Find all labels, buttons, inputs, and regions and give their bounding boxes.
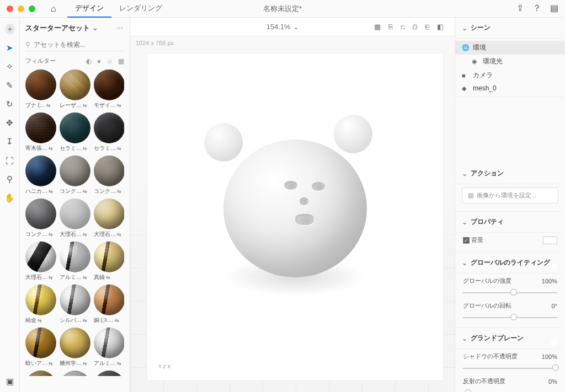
mesh-icon: ◆ <box>462 85 470 92</box>
search-input[interactable] <box>34 41 124 49</box>
filter-images-icon[interactable]: ▦ <box>118 57 124 65</box>
asset-item[interactable]: セラミ…⇆ <box>60 112 90 152</box>
chevron-down-icon[interactable]: ⌄ <box>462 170 467 178</box>
document-title: 名称未設定* <box>263 4 302 14</box>
asset-item[interactable]: ブナ (…⇆ <box>25 69 56 109</box>
properties-heading: プロパティ <box>471 217 504 227</box>
bulb-icon: ◉ <box>472 58 479 65</box>
filter-label: フィルター <box>25 57 56 65</box>
asset-item[interactable]: 真鍮⇆ <box>94 241 124 281</box>
asset-item[interactable]: 大理石…⇆ <box>94 198 124 238</box>
rotate-tool[interactable]: ↻ <box>5 99 15 109</box>
asset-item[interactable]: レーザ…⇆ <box>60 69 90 109</box>
chevron-down-icon[interactable]: ⌄ <box>92 24 98 32</box>
chevron-down-icon[interactable]: ⌄ <box>462 259 467 267</box>
tab-rendering[interactable]: レンダリング <box>111 0 170 18</box>
material-swatch <box>25 155 56 186</box>
reflect-slider[interactable] <box>463 389 557 392</box>
chevron-down-icon[interactable]: ⌄ <box>462 24 467 32</box>
material-swatch <box>60 198 90 229</box>
asset-item[interactable]: 寄木張…⇆ <box>25 112 56 152</box>
asset-label: 大理石…⇆ <box>60 230 90 238</box>
asset-item[interactable]: ハニカ…⇆ <box>25 155 56 195</box>
scene-tree-item[interactable]: ◉環境光 <box>455 55 565 68</box>
asset-item[interactable]: コンク…⇆ <box>94 155 124 195</box>
zoom-tool[interactable]: ⚲ <box>5 174 15 184</box>
camera-2-icon[interactable]: ⎌ <box>401 23 405 31</box>
asset-item[interactable]: アルミ…⇆ <box>94 327 124 367</box>
zoom-control[interactable]: 154.1% ⌄ <box>266 23 299 31</box>
scale-tool[interactable]: ↧ <box>5 137 15 147</box>
asset-item[interactable]: アルミ…⇆ <box>60 241 90 281</box>
home-icon[interactable]: ⌂ <box>51 4 56 14</box>
asset-item[interactable] <box>94 370 124 376</box>
asset-item[interactable]: 幾何学…⇆ <box>60 327 90 367</box>
asset-item[interactable]: シルバ…⇆ <box>60 284 90 324</box>
model-preview[interactable] <box>207 120 383 297</box>
scene-tree-item[interactable]: ◆mesh_0 <box>455 82 565 94</box>
asset-item[interactable] <box>25 370 56 376</box>
asset-search[interactable]: ⚲ <box>25 39 124 51</box>
shadow-slider[interactable] <box>463 364 557 372</box>
camera-3-icon[interactable]: ⎙ <box>413 23 417 31</box>
measure-tool[interactable]: ⛶ <box>5 155 15 165</box>
rotation-label: グローバルの回転 <box>463 302 511 310</box>
grid-view-icon[interactable]: ▦ <box>374 23 381 31</box>
asset-item[interactable]: 純金⇆ <box>25 284 56 324</box>
assets-more-icon[interactable]: ⋯ <box>116 24 124 32</box>
asset-label: コンク…⇆ <box>60 187 90 195</box>
intensity-slider[interactable] <box>463 288 557 296</box>
asset-item[interactable]: 銅 (ス…⇆ <box>94 284 124 324</box>
filter-materials-icon[interactable]: ◐ <box>86 57 92 65</box>
feedback-icon[interactable]: ▤ <box>550 3 558 14</box>
move-tool[interactable]: ✥ <box>5 118 15 128</box>
asset-item[interactable]: セラミ…⇆ <box>94 112 124 152</box>
eyedropper-tool[interactable]: ✎ <box>5 80 15 90</box>
hand-tool[interactable]: ✋ <box>5 193 15 203</box>
magic-wand-tool[interactable]: ✧ <box>5 62 15 72</box>
minimize-window[interactable] <box>18 6 24 12</box>
chevron-down-icon[interactable]: ⌄ <box>462 335 467 342</box>
asset-item[interactable]: 大理石…⇆ <box>25 241 56 281</box>
asset-item[interactable] <box>60 370 90 376</box>
ground-heading: グランドプレーン <box>471 334 524 343</box>
add-tool[interactable]: ＋ <box>5 24 15 34</box>
sync-icon: ⇆ <box>117 103 121 108</box>
set-env-from-image-button[interactable]: ▧画像から環境を設定... <box>462 187 558 203</box>
pointer-tool[interactable]: ➤ <box>5 43 15 53</box>
asset-label: セラミ…⇆ <box>60 144 90 152</box>
material-swatch <box>94 155 124 186</box>
camera-4-icon[interactable]: ⎗ <box>425 23 429 31</box>
background-color[interactable] <box>543 237 557 244</box>
sync-icon: ⇆ <box>38 318 42 323</box>
camera-1-icon[interactable]: ⎘ <box>388 23 393 31</box>
maximize-window[interactable] <box>29 6 35 12</box>
filter-textures-icon[interactable]: ● <box>97 57 101 65</box>
intensity-value: 100% <box>542 278 557 284</box>
background-checkbox[interactable]: ✓ <box>463 237 470 244</box>
render-icon[interactable]: ◧ <box>437 23 444 31</box>
tab-design[interactable]: デザイン <box>67 0 111 18</box>
material-swatch <box>25 370 56 376</box>
asset-item[interactable]: 暗いア…⇆ <box>25 327 56 367</box>
canvas[interactable]: 1024 x 768 px Y Z X <box>130 36 455 392</box>
rotation-slider[interactable] <box>463 313 557 321</box>
asset-item[interactable]: コンク…⇆ <box>25 198 56 238</box>
asset-label: ハニカ…⇆ <box>25 187 56 195</box>
chevron-down-icon[interactable]: ⌄ <box>462 218 467 226</box>
filter-lights-icon[interactable]: ☼ <box>106 57 113 65</box>
axes-gizmo[interactable]: Y Z X <box>158 364 170 369</box>
material-swatch <box>94 112 124 143</box>
share-icon[interactable]: ⇪ <box>516 3 524 14</box>
scene-tree-item[interactable]: ■カメラ <box>455 68 565 82</box>
asset-item[interactable]: 大理石…⇆ <box>60 198 90 238</box>
scene-tree-item[interactable]: 🌐環境 <box>455 41 565 55</box>
layout-toggle[interactable]: ▣ <box>5 377 15 386</box>
asset-item[interactable]: モザイ…⇆ <box>94 69 124 109</box>
background-label: 背景 <box>471 237 483 243</box>
help-icon[interactable]: ？ <box>532 3 541 14</box>
asset-item[interactable]: コンク…⇆ <box>60 155 90 195</box>
sync-icon: ⇆ <box>115 318 119 323</box>
sync-icon: ⇆ <box>83 318 87 323</box>
close-window[interactable] <box>7 6 13 12</box>
